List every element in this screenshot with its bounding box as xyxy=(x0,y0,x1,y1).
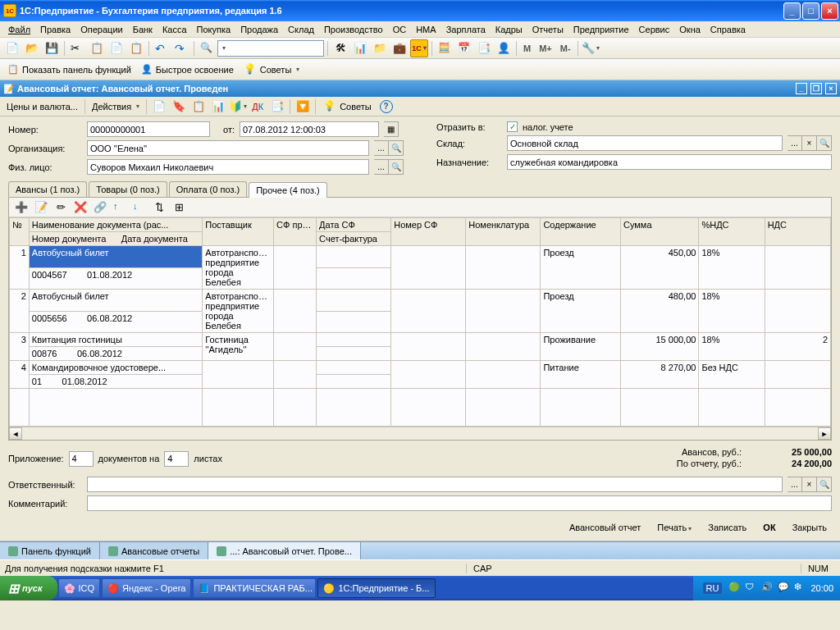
menu-staff[interactable]: Кадры xyxy=(491,23,527,36)
org-more-icon[interactable]: ... xyxy=(374,140,389,156)
person-search-icon[interactable]: 🔍 xyxy=(389,159,404,175)
comment-field[interactable] xyxy=(87,495,832,511)
calendar-icon[interactable] xyxy=(455,39,473,57)
print-button[interactable]: Печать xyxy=(652,521,696,534)
doc-tool-dk-icon[interactable]: ДК xyxy=(249,98,267,116)
tab-advances[interactable]: Авансы (1 поз.) xyxy=(8,181,87,197)
date-field[interactable]: 07.08.2012 12:00:03 xyxy=(240,121,379,137)
col-sf[interactable]: СФ пред... xyxy=(274,218,317,246)
menu-salary[interactable]: Зарплата xyxy=(441,23,491,36)
attach-docs-field[interactable]: 4 xyxy=(69,451,94,467)
mplus-button[interactable]: М+ xyxy=(536,43,555,53)
resp-search-icon[interactable]: 🔍 xyxy=(817,477,832,492)
doc-tool-6-icon[interactable]: 📑 xyxy=(268,98,286,116)
org-search-icon[interactable]: 🔍 xyxy=(389,140,404,156)
grid-sort-icon[interactable]: ⇅ xyxy=(150,199,168,217)
redo-icon[interactable] xyxy=(172,39,190,57)
advance-report-button[interactable]: Авансовый отчет xyxy=(564,521,646,534)
menu-nma[interactable]: НМА xyxy=(411,23,441,36)
grid-add2-icon[interactable]: 📝 xyxy=(32,199,50,217)
org-field[interactable]: ООО ''Елена'' xyxy=(87,140,369,156)
copy-icon[interactable] xyxy=(88,39,106,57)
menu-kassa[interactable]: Касса xyxy=(158,23,192,36)
clock[interactable]: 20:00 xyxy=(810,583,833,593)
task-1c[interactable]: 🟡 1С:Предприятие - Б... xyxy=(317,578,435,598)
col-nomen[interactable]: Номенклатура xyxy=(466,218,541,246)
table-row[interactable]: 1Автобусный билетАвтотранспорт... предпр… xyxy=(10,246,831,268)
grid-add-icon[interactable]: ➕ xyxy=(12,199,30,217)
menu-purchase[interactable]: Покупка xyxy=(192,23,236,36)
menu-bank[interactable]: Банк xyxy=(128,23,158,36)
resp-more-icon[interactable]: ... xyxy=(788,477,802,492)
tool-icon-3[interactable]: 📁 xyxy=(371,39,389,57)
tab-other[interactable]: Прочее (4 поз.) xyxy=(249,182,326,198)
paste2-icon[interactable] xyxy=(127,39,145,57)
prices-button[interactable]: Цены и валюта... xyxy=(3,102,81,112)
person-field[interactable]: Суворов Михаил Николаевич xyxy=(87,159,369,175)
doc-restore-button[interactable]: ❐ xyxy=(810,83,822,94)
system-tray[interactable]: RU 🟢 🛡 🔊 💬 ❇ 20:00 xyxy=(693,576,840,600)
tray-icon[interactable]: 🛡 xyxy=(745,582,758,595)
col-vatpct[interactable]: %НДС xyxy=(699,218,765,246)
wintab-panel[interactable]: Панель функций xyxy=(0,542,100,559)
find-icon[interactable] xyxy=(198,39,216,57)
ok-button[interactable]: ОК xyxy=(758,521,780,534)
lang-indicator[interactable]: RU xyxy=(703,582,723,594)
menu-enterprise[interactable]: Предприятие xyxy=(568,23,634,36)
tab-payment[interactable]: Оплата (0 поз.) xyxy=(169,181,247,197)
doc-tool-3-icon[interactable]: 📋 xyxy=(189,98,208,116)
start-button[interactable]: ⊞пуск xyxy=(0,576,57,600)
save-button[interactable]: Записать xyxy=(703,521,751,534)
table-row[interactable]: 4Командировочное удостовере...Питание8 2… xyxy=(10,361,831,375)
table-row[interactable]: 2Автобусный билетАвтотранспорт... предпр… xyxy=(10,290,831,312)
doc-tool-2-icon[interactable]: 🔖 xyxy=(170,98,188,116)
task-opera[interactable]: 🔴 Яндекс - Opera xyxy=(102,578,191,598)
doc-tips-button[interactable]: Советы xyxy=(319,98,375,116)
tool-icon-2[interactable]: 📊 xyxy=(351,39,369,57)
task-word[interactable]: 📘 ПРАКТИЧЕСКАЯ РАБ... xyxy=(193,578,316,598)
resp-clear-icon[interactable]: × xyxy=(802,477,817,492)
show-panel-button[interactable]: 📋Показать панель функций xyxy=(3,62,135,77)
tool-icon-6[interactable]: 👤 xyxy=(495,39,513,57)
save-icon[interactable] xyxy=(43,39,61,57)
doc-tool-4-icon[interactable]: 📊 xyxy=(209,98,227,116)
wh-clear-icon[interactable]: × xyxy=(802,135,817,151)
wh-search-icon[interactable]: 🔍 xyxy=(817,135,832,151)
tray-icon[interactable]: 🔊 xyxy=(761,582,774,595)
tool-icon-1c[interactable]: 1C xyxy=(410,39,428,57)
tips-button[interactable]: Советы xyxy=(240,61,304,79)
m-button[interactable]: М xyxy=(520,43,534,53)
col-n[interactable]: № xyxy=(10,218,30,246)
minimize-button[interactable]: _ xyxy=(783,2,801,20)
doc-tool-5-icon[interactable]: 🔰 xyxy=(229,98,247,116)
paste-icon[interactable] xyxy=(107,39,126,57)
menu-help[interactable]: Справка xyxy=(705,23,751,36)
menu-file[interactable]: Файл xyxy=(3,23,35,36)
wintab-current[interactable]: ...: Авансовый отчет. Прове... xyxy=(208,542,361,559)
warehouse-field[interactable]: Основной склад xyxy=(507,135,783,151)
horizontal-scrollbar[interactable]: ◄ ► xyxy=(9,427,831,440)
menu-edit[interactable]: Правка xyxy=(35,23,75,36)
col-sum[interactable]: Сумма xyxy=(620,218,698,246)
date-picker-icon[interactable]: ▦ xyxy=(384,121,399,137)
scroll-right-icon[interactable]: ► xyxy=(818,427,831,440)
menu-production[interactable]: Производство xyxy=(319,23,388,36)
col-docnum-docdate[interactable]: Номер документа Дата документа xyxy=(29,232,202,246)
actions-button[interactable]: Действия xyxy=(89,102,143,112)
cut-icon[interactable] xyxy=(68,39,86,57)
person-more-icon[interactable]: ... xyxy=(374,159,389,175)
tray-icon[interactable]: 🟢 xyxy=(728,582,742,595)
attach-sheets-field[interactable]: 4 xyxy=(164,451,189,467)
col-sfdate[interactable]: Дата СФ xyxy=(317,218,391,232)
menu-windows[interactable]: Окна xyxy=(674,23,705,36)
open-icon[interactable] xyxy=(23,39,41,57)
grid-edit-icon[interactable]: ✏ xyxy=(52,199,70,217)
menu-service[interactable]: Сервис xyxy=(634,23,675,36)
col-sfacc[interactable]: Счет-фактура xyxy=(317,232,391,246)
col-sfnum[interactable]: Номер СФ xyxy=(391,218,466,246)
cancel-button[interactable]: Закрыть xyxy=(788,521,832,534)
close-button[interactable]: × xyxy=(821,2,838,20)
data-grid[interactable]: № Наименование документа (рас... Поставщ… xyxy=(9,217,831,427)
task-icq[interactable]: 🌸 ICQ xyxy=(58,578,101,598)
number-field[interactable]: 00000000001 xyxy=(87,121,210,137)
